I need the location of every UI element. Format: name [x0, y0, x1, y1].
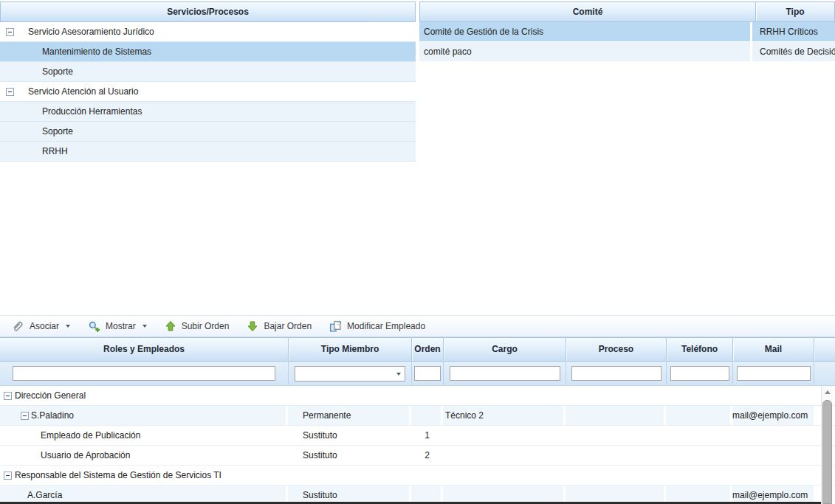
scroll-up-icon[interactable] [822, 386, 833, 398]
tree-item-label: Producción Herramientas [42, 102, 142, 122]
members-grid-body: Dirección General S.Paladino Permanente … [0, 386, 835, 504]
services-panel-title: Servicios/Procesos [167, 7, 249, 17]
proceso-cell [566, 426, 666, 445]
services-panel: Servicios/Procesos Servicio Asesoramient… [0, 1, 416, 314]
tipo-miembro-cell: Sustituto [288, 446, 411, 465]
column-header-tipo[interactable]: Tipo [755, 2, 834, 21]
arrow-up-icon [165, 320, 176, 332]
column-header-mail[interactable]: Mail [732, 337, 814, 362]
tree-item-label: Soporte [42, 122, 73, 142]
column-header-comite[interactable]: Comité [420, 2, 755, 21]
arrow-down-icon [247, 320, 258, 332]
paperclip-icon [12, 320, 24, 333]
mostrar-button[interactable]: Mostrar [82, 318, 153, 335]
telefono-filter-input[interactable] [670, 366, 729, 381]
collapse-icon[interactable] [6, 88, 14, 96]
committee-type-cell: Comités de Decisión [752, 42, 835, 61]
telefono-cell [666, 446, 732, 465]
mail-filter-input[interactable] [737, 366, 811, 381]
mostrar-label: Mostrar [106, 321, 136, 331]
committee-row-gestion-crisis[interactable]: Comité de Gestión de la Crisis RRHH Crít… [419, 22, 835, 42]
members-filter-row [0, 362, 835, 386]
orden-filter-input[interactable] [414, 366, 441, 381]
cargo-filter-input[interactable] [450, 366, 560, 381]
collapse-icon[interactable] [6, 28, 14, 36]
tipo-miembro-filter-select[interactable] [295, 366, 405, 382]
subir-orden-button[interactable]: Subir Orden [159, 318, 236, 334]
tree-item-soporte-1[interactable]: Soporte [0, 62, 416, 82]
tree-item-soporte-2[interactable]: Soporte [0, 122, 416, 142]
modificar-empleado-button[interactable]: Modificar Empleado [323, 318, 431, 335]
committee-row-comite-paco[interactable]: comité paco Comités de Decisión [419, 42, 835, 62]
tree-item-label: RRHH [42, 142, 68, 162]
collapse-icon[interactable] [4, 472, 12, 480]
member-label: Usuario de Aprobación [41, 446, 130, 465]
cargo-cell [443, 446, 566, 465]
tree-item-label: Servicio Asesoramiento Jurídico [28, 22, 154, 42]
collapse-icon[interactable] [21, 412, 29, 420]
proceso-filter-input[interactable] [571, 366, 662, 381]
column-header-cargo[interactable]: Cargo [443, 337, 566, 362]
telefono-cell [666, 426, 732, 445]
tree-item-rrhh[interactable]: RRHH [0, 142, 416, 162]
members-toolbar: Asociar Mostrar Subir Orden [0, 315, 835, 337]
orden-cell: 1 [411, 426, 443, 445]
chevron-down-icon [142, 325, 147, 328]
grid-row-group-responsable-sgsti[interactable]: Responsable del Sistema de Gestión de Se… [0, 466, 835, 486]
services-panel-header: Servicios/Procesos [0, 1, 416, 22]
subir-orden-label: Subir Orden [182, 321, 230, 331]
grid-row-s-paladino[interactable]: S.Paladino Permanente Técnico 2 mail@eje… [0, 406, 835, 426]
column-header-telefono[interactable]: Teléfono [666, 337, 732, 362]
column-header-roles[interactable]: Roles y Empleados [0, 337, 288, 362]
cargo-cell [443, 426, 566, 445]
tree-item-mantenimiento-de-sistemas[interactable]: Mantenimiento de Sistemas [0, 42, 416, 62]
roles-filter-input[interactable] [13, 366, 275, 381]
tipo-miembro-cell: Sustituto [288, 426, 411, 445]
tree-item-label: Soporte [42, 62, 73, 82]
orden-cell [411, 406, 443, 425]
column-header-tipo-miembro[interactable]: Tipo Miembro [288, 337, 411, 362]
committee-panel: Comité Tipo Comité de Gestión de la Cris… [419, 1, 835, 314]
tree-item-servicio-atencion-al-usuario[interactable]: Servicio Atención al Usuario [0, 82, 416, 102]
column-header-spacer [814, 337, 835, 362]
services-tree: Servicio Asesoramiento Jurídico Mantenim… [0, 22, 416, 162]
modificar-empleado-label: Modificar Empleado [347, 321, 425, 331]
member-label: Empleado de Publicación [41, 426, 140, 445]
committee-name-cell: Comité de Gestión de la Crisis [419, 22, 752, 41]
member-label: S.Paladino [31, 406, 74, 425]
group-label: Responsable del Sistema de Gestión de Se… [15, 466, 221, 485]
select-arrow-icon [396, 373, 401, 376]
tree-item-label: Servicio Atención al Usuario [28, 82, 138, 102]
telefono-cell [666, 406, 732, 425]
app-window: Servicios/Procesos Servicio Asesoramient… [0, 0, 835, 504]
bajar-orden-button[interactable]: Bajar Orden [241, 318, 317, 334]
asociar-label: Asociar [30, 321, 59, 331]
modify-employee-icon [329, 320, 342, 333]
committee-grid-header: Comité Tipo [419, 1, 835, 22]
tree-item-produccion-herramientas[interactable]: Producción Herramientas [0, 102, 416, 122]
proceso-cell [566, 446, 666, 465]
orden-cell: 2 [411, 446, 443, 465]
group-label: Dirección General [15, 386, 86, 405]
chevron-down-icon [66, 325, 70, 328]
members-grid-header: Roles y Empleados Tipo Miembro Orden Car… [0, 337, 835, 362]
column-header-orden[interactable]: Orden [411, 337, 443, 362]
vertical-scrollbar[interactable] [821, 386, 833, 504]
grid-row-usuario-de-aprobacion[interactable]: Usuario de Aprobación Sustituto 2 [0, 446, 835, 466]
tree-item-servicio-asesoramiento-juridico[interactable]: Servicio Asesoramiento Jurídico [0, 22, 416, 42]
proceso-cell [566, 406, 666, 425]
mail-cell [732, 446, 814, 465]
tree-item-label: Mantenimiento de Sistemas [42, 42, 151, 62]
column-header-proceso[interactable]: Proceso [566, 337, 666, 362]
members-section: Asociar Mostrar Subir Orden [0, 315, 835, 504]
cargo-cell: Técnico 2 [443, 406, 566, 425]
bajar-orden-label: Bajar Orden [264, 321, 312, 331]
grid-row-group-direccion-general[interactable]: Dirección General [0, 386, 835, 406]
asociar-button[interactable]: Asociar [6, 318, 76, 335]
grid-row-empleado-de-publicacion[interactable]: Empleado de Publicación Sustituto 1 [0, 426, 835, 446]
mail-cell [732, 426, 814, 445]
committee-type-cell: RRHH Críticos [752, 22, 835, 41]
scrollbar-thumb[interactable] [822, 400, 832, 504]
committee-name-cell: comité paco [419, 42, 752, 61]
collapse-icon[interactable] [4, 392, 12, 400]
